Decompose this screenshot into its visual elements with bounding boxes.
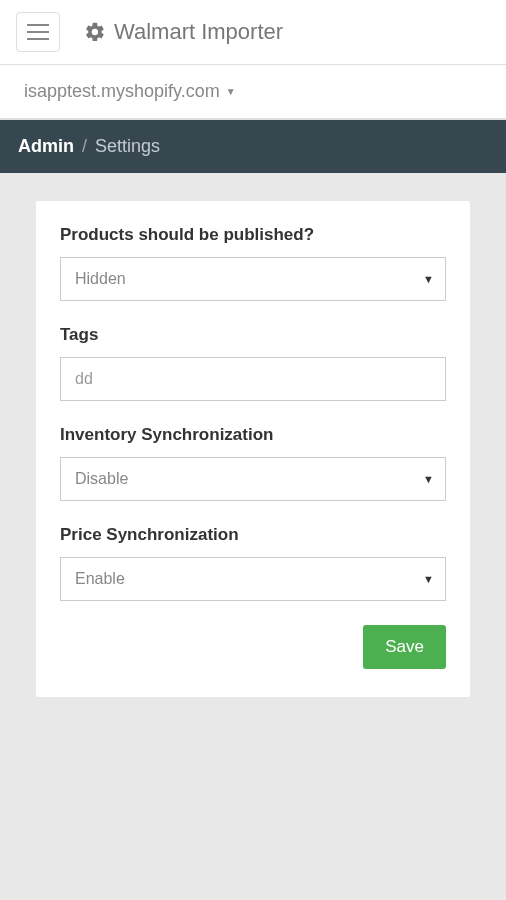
tags-label: Tags [60,325,446,345]
breadcrumb: Admin / Settings [0,120,506,173]
breadcrumb-root[interactable]: Admin [18,136,74,157]
app-title: Walmart Importer [84,19,283,45]
price-label: Price Synchronization [60,525,446,545]
tags-input[interactable] [60,357,446,401]
store-selector[interactable]: isapptest.myshopify.com ▼ [24,81,236,102]
store-selector-bar: isapptest.myshopify.com ▼ [0,65,506,120]
app-title-text: Walmart Importer [114,19,283,45]
settings-card: Products should be published? Hidden ▼ T… [36,201,470,697]
form-group-tags: Tags [60,325,446,401]
store-name: isapptest.myshopify.com [24,81,220,102]
breadcrumb-separator: / [82,136,87,157]
caret-down-icon: ▼ [226,86,236,97]
breadcrumb-current: Settings [95,136,160,157]
content-area: Products should be published? Hidden ▼ T… [0,173,506,725]
form-group-price: Price Synchronization Enable ▼ [60,525,446,601]
form-group-published: Products should be published? Hidden ▼ [60,225,446,301]
form-actions: Save [60,625,446,669]
hamburger-menu-button[interactable] [16,12,60,52]
inventory-label: Inventory Synchronization [60,425,446,445]
price-select[interactable]: Enable [60,557,446,601]
published-label: Products should be published? [60,225,446,245]
topbar: Walmart Importer [0,0,506,65]
save-button[interactable]: Save [363,625,446,669]
gear-icon [84,21,106,43]
form-group-inventory: Inventory Synchronization Disable ▼ [60,425,446,501]
inventory-select[interactable]: Disable [60,457,446,501]
published-select[interactable]: Hidden [60,257,446,301]
